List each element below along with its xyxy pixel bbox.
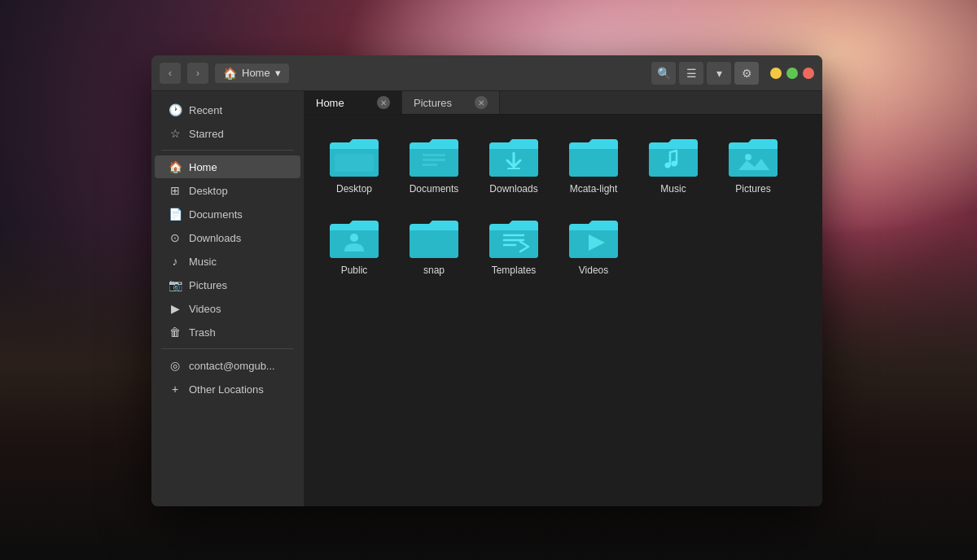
svg-rect-0 — [335, 154, 374, 172]
file-label-mcata-light: Mcata-light — [570, 183, 618, 196]
sidebar-item-trash[interactable]: 🗑 Trash — [155, 321, 300, 343]
sidebar-item-account[interactable]: ◎ contact@omgub... — [155, 354, 300, 377]
sidebar-divider-1 — [161, 150, 294, 151]
file-label-music: Music — [660, 183, 686, 196]
sidebar-item-label: Starred — [189, 128, 224, 140]
sidebar-item-label: Desktop — [189, 185, 228, 197]
tab-home-close[interactable]: ✕ — [377, 96, 390, 109]
file-item-pictures[interactable]: Pictures — [716, 128, 790, 203]
videos-icon: ▶ — [168, 302, 182, 315]
sidebar-item-label: Pictures — [189, 279, 227, 291]
sidebar-item-label: Downloads — [189, 232, 241, 244]
file-item-templates[interactable]: Templates — [477, 209, 550, 284]
other-locations-icon: + — [168, 383, 182, 396]
tab-home[interactable]: Home ✕ — [304, 91, 402, 114]
sidebar-item-documents[interactable]: 📄 Documents — [155, 203, 300, 225]
list-view-button[interactable]: ☰ — [679, 62, 703, 85]
sidebar-item-label: Music — [189, 256, 217, 268]
sidebar-item-label: Videos — [189, 303, 221, 315]
sidebar-item-other-locations[interactable]: + Other Locations — [155, 378, 300, 400]
folder-icon-pictures — [727, 134, 779, 178]
maximize-button[interactable] — [786, 68, 798, 79]
toolbar-right: 🔍 ☰ ▾ ⚙ — [651, 62, 759, 85]
svg-point-5 — [665, 163, 671, 168]
sidebar-item-downloads[interactable]: ⊙ Downloads — [155, 226, 300, 249]
minimize-button[interactable] — [770, 68, 782, 79]
tab-pictures-close[interactable]: ✕ — [475, 96, 488, 109]
location-home-icon: 🏠 — [223, 67, 237, 80]
settings-button[interactable]: ⚙ — [734, 62, 759, 85]
downloads-icon: ⊙ — [168, 231, 182, 244]
file-label-snap: snap — [423, 265, 445, 278]
account-icon: ◎ — [168, 359, 182, 372]
gear-icon: ⚙ — [742, 67, 752, 80]
tab-pictures-label: Pictures — [414, 97, 452, 109]
forward-button[interactable]: › — [187, 63, 208, 84]
starred-icon: ☆ — [168, 127, 182, 140]
folder-icon-public — [328, 216, 380, 260]
file-item-downloads[interactable]: Downloads — [477, 128, 550, 203]
file-item-desktop[interactable]: Desktop — [318, 128, 391, 203]
sidebar-item-label: Home — [189, 161, 217, 173]
folder-icon-mcata-light — [567, 134, 620, 178]
recent-icon: 🕐 — [168, 103, 182, 116]
sidebar-item-label: Trash — [189, 326, 216, 339]
file-label-documents: Documents — [410, 183, 459, 196]
file-item-snap[interactable]: snap — [397, 209, 471, 284]
folder-icon-videos — [567, 216, 620, 260]
file-item-videos[interactable]: Videos — [557, 209, 630, 284]
folder-icon-music — [647, 134, 699, 178]
folder-icon-snap — [408, 216, 460, 260]
sidebar-item-label: Other Locations — [189, 383, 264, 396]
file-item-public[interactable]: Public — [318, 209, 391, 284]
back-button[interactable]: ‹ — [160, 63, 181, 84]
file-label-templates: Templates — [492, 265, 537, 278]
search-button[interactable]: 🔍 — [651, 62, 676, 85]
file-item-mcata-light[interactable]: Mcata-light — [557, 128, 630, 203]
sidebar-item-home[interactable]: 🏠 Home — [155, 155, 300, 178]
svg-rect-4 — [507, 168, 520, 169]
file-grid: Desktop Documents — [304, 115, 822, 506]
file-item-documents[interactable]: Documents — [397, 128, 471, 203]
sidebar-divider-2 — [161, 348, 294, 349]
file-manager-window: ‹ › 🏠 Home ▾ 🔍 ☰ ▾ ⚙ — [151, 55, 822, 506]
file-item-music[interactable]: Music — [637, 128, 710, 203]
sidebar-item-recent[interactable]: 🕐 Recent — [155, 98, 300, 121]
sidebar-item-starred[interactable]: ☆ Starred — [155, 122, 300, 145]
view-more-button[interactable]: ▾ — [707, 62, 731, 85]
folder-icon-downloads — [488, 134, 540, 178]
svg-rect-3 — [423, 164, 437, 166]
file-label-desktop: Desktop — [336, 183, 372, 196]
pictures-icon: 📷 — [168, 278, 182, 291]
sidebar: 🕐 Recent ☆ Starred 🏠 Home ⊞ Desktop 📄 Do… — [151, 91, 304, 506]
file-label-downloads: Downloads — [489, 183, 537, 196]
location-dropdown-icon: ▾ — [275, 67, 281, 79]
content-area: Home ✕ Pictures ✕ — [304, 91, 822, 506]
sidebar-item-desktop[interactable]: ⊞ Desktop — [155, 179, 300, 202]
sidebar-item-pictures[interactable]: 📷 Pictures — [155, 273, 300, 296]
location-label: Home — [242, 67, 270, 79]
location-bar[interactable]: 🏠 Home ▾ — [215, 63, 289, 83]
home-icon: 🏠 — [168, 160, 182, 173]
folder-icon-templates — [488, 216, 540, 260]
sidebar-item-music[interactable]: ♪ Music — [155, 250, 300, 273]
tab-pictures[interactable]: Pictures ✕ — [402, 91, 500, 114]
trash-icon: 🗑 — [168, 326, 182, 339]
music-icon: ♪ — [168, 255, 182, 268]
svg-point-6 — [672, 161, 677, 167]
tabs-bar: Home ✕ Pictures ✕ — [304, 91, 822, 115]
sidebar-item-videos[interactable]: ▶ Videos — [155, 297, 300, 320]
svg-point-8 — [350, 234, 358, 242]
window-controls — [770, 68, 814, 79]
file-label-pictures: Pictures — [735, 183, 770, 196]
chevron-down-icon: ▾ — [716, 67, 722, 80]
folder-icon-desktop — [328, 134, 380, 178]
titlebar: ‹ › 🏠 Home ▾ 🔍 ☰ ▾ ⚙ — [151, 55, 822, 91]
list-icon: ☰ — [686, 67, 697, 80]
search-icon: 🔍 — [657, 67, 671, 80]
tab-home-label: Home — [316, 97, 344, 109]
svg-rect-1 — [423, 154, 445, 156]
svg-point-7 — [745, 154, 751, 160]
desktop-icon: ⊞ — [168, 184, 182, 197]
close-button[interactable] — [803, 68, 814, 79]
